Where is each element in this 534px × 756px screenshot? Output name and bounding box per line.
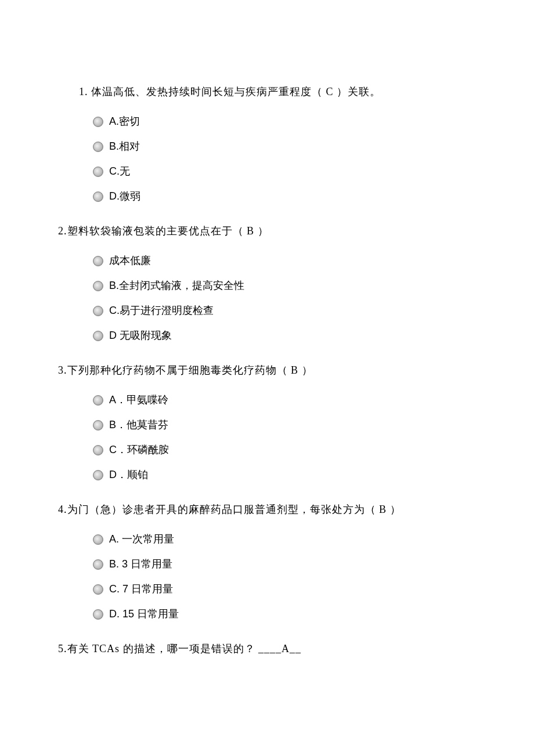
option[interactable]: D.微弱 xyxy=(93,189,476,204)
option[interactable]: D．顺铂 xyxy=(93,467,476,483)
option-label: A. 一次常用量 xyxy=(109,531,174,547)
document-page: 1. 体温高低、发热持续时间长短与疾病严重程度（ C ）关联。 A.密切 B.相… xyxy=(0,0,534,710)
radio-icon[interactable] xyxy=(93,256,103,266)
radio-icon[interactable] xyxy=(93,445,103,455)
option[interactable]: C.易于进行澄明度检查 xyxy=(93,303,476,319)
option-label: 成本低廉 xyxy=(109,253,151,269)
option-label: C．环磷酰胺 xyxy=(109,442,169,458)
option-label: A.密切 xyxy=(109,114,140,129)
option[interactable]: A.密切 xyxy=(93,114,476,129)
question-text: 2.塑料软袋输液包装的主要优点在于（ B ） xyxy=(58,220,476,241)
radio-icon[interactable] xyxy=(93,559,103,570)
option-label: C. 7 日常用量 xyxy=(109,581,173,597)
question-3: 3.下列那种化疗药物不属于细胞毒类化疗药物（ B ） A．甲氨喋砱 B．他莫昔芬… xyxy=(58,360,476,483)
radio-icon[interactable] xyxy=(93,191,103,202)
question-text: 3.下列那种化疗药物不属于细胞毒类化疗药物（ B ） xyxy=(58,360,476,381)
option[interactable]: B.全封闭式输液，提高安全性 xyxy=(93,278,476,294)
question-2: 2.塑料软袋输液包装的主要优点在于（ B ） 成本低廉 B.全封闭式输液，提高安… xyxy=(58,220,476,343)
option[interactable]: B. 3 日常用量 xyxy=(93,556,476,572)
option-label: C.无 xyxy=(109,164,130,179)
option-label: B.全封闭式输液，提高安全性 xyxy=(109,278,244,294)
question-4: 4.为门（急）诊患者开具的麻醉药品口服普通剂型，每张处方为（ B ） A. 一次… xyxy=(58,499,476,622)
option[interactable]: A. 一次常用量 xyxy=(93,531,476,547)
question-text: 4.为门（急）诊患者开具的麻醉药品口服普通剂型，每张处方为（ B ） xyxy=(58,499,476,520)
option[interactable]: B.相对 xyxy=(93,139,476,154)
option-label: B.相对 xyxy=(109,139,140,154)
option-label: B．他莫昔芬 xyxy=(109,417,168,433)
option[interactable]: A．甲氨喋砱 xyxy=(93,392,476,408)
option[interactable]: 成本低廉 xyxy=(93,253,476,269)
option[interactable]: C. 7 日常用量 xyxy=(93,581,476,597)
option-label: D 无吸附现象 xyxy=(109,328,172,343)
option-label: C.易于进行澄明度检查 xyxy=(109,303,214,319)
radio-icon[interactable] xyxy=(93,142,103,152)
option[interactable]: B．他莫昔芬 xyxy=(93,417,476,433)
option[interactable]: D 无吸附现象 xyxy=(93,328,476,343)
radio-icon[interactable] xyxy=(93,306,103,316)
option[interactable]: D. 15 日常用量 xyxy=(93,606,476,622)
radio-icon[interactable] xyxy=(93,584,103,595)
option[interactable]: C.无 xyxy=(93,164,476,179)
radio-icon[interactable] xyxy=(93,395,103,406)
radio-icon[interactable] xyxy=(93,117,103,127)
radio-icon[interactable] xyxy=(93,167,103,177)
question-text: 1. 体温高低、发热持续时间长短与疾病严重程度（ C ）关联。 xyxy=(58,81,476,102)
radio-icon[interactable] xyxy=(93,534,103,545)
option-label: D．顺铂 xyxy=(109,467,148,483)
question-text: 5.有关 TCAs 的描述，哪一项是错误的？ ____A__ xyxy=(58,638,476,659)
radio-icon[interactable] xyxy=(93,331,103,341)
radio-icon[interactable] xyxy=(93,609,103,620)
option-label: D.微弱 xyxy=(109,189,140,204)
radio-icon[interactable] xyxy=(93,420,103,431)
option-label: D. 15 日常用量 xyxy=(109,606,179,622)
radio-icon[interactable] xyxy=(93,470,103,480)
option[interactable]: C．环磷酰胺 xyxy=(93,442,476,458)
option-label: A．甲氨喋砱 xyxy=(109,392,168,408)
option-label: B. 3 日常用量 xyxy=(109,556,172,572)
question-5: 5.有关 TCAs 的描述，哪一项是错误的？ ____A__ xyxy=(58,638,476,659)
question-1: 1. 体温高低、发热持续时间长短与疾病严重程度（ C ）关联。 A.密切 B.相… xyxy=(58,81,476,204)
radio-icon[interactable] xyxy=(93,281,103,291)
